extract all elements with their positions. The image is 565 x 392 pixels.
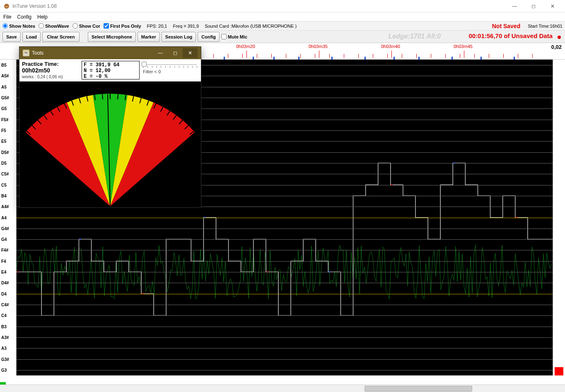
readout-frequency: F = 391,9 G4 [84,62,138,68]
config-button[interactable]: Config [198,32,220,42]
filter-label: Filter < 0 [143,69,197,74]
level-axis [553,60,565,375]
checkbox-first-pos-only[interactable]: First Pos Only [104,23,141,29]
save-button[interactable]: Save [2,32,21,42]
window-title: InTune Version 1.08 [12,3,505,9]
status-fps: FPS: 20,1 [147,24,167,29]
ledge-label: Ledge:1701 All:0 [388,33,441,40]
clear-screen-button[interactable]: Clear Screen [42,32,80,42]
menubar: File Config Help [0,12,565,22]
svg-line-21 [102,94,103,99]
tools-title: Tools [32,50,43,56]
level-indicator [555,367,563,375]
practice-time-label: Practice Time: [22,61,80,67]
tools-titlebar[interactable]: ☕ Tools — ◻ ✕ [19,47,201,59]
tuning-readout: F = 391,9 G4 N = 12,00 E = -0 % [82,61,140,79]
window-close-icon[interactable]: ✕ [543,0,562,12]
time-scale-value: 0,02 [551,44,562,50]
svg-line-23 [118,94,118,99]
select-microphone-button[interactable]: Select Microphone [88,32,136,42]
session-log-button[interactable]: Session Log [162,32,196,42]
unsaved-time-label: 00:01:56,70 of Unsaved Data [468,32,553,39]
java-icon [3,3,10,10]
tools-minimize-icon[interactable]: — [153,48,168,58]
optionbar: Show Notes ShowWave Show Cor First Pos O… [0,22,565,31]
note-axis: B5A5#A5G5#G5F5#F5E5D5#D5C5#C5B4A4#A4G4#G… [0,60,17,375]
checkbox-mute-mic[interactable]: Mute Mic [221,34,247,39]
horizontal-scrollbar[interactable] [0,385,565,392]
readout-n: N = 12,00 [84,68,138,74]
toolbar: Save Load Clear Screen Select Microphone… [0,31,565,43]
radio-show-notes[interactable]: Show Notes [2,23,35,29]
status-soundcard: Sound Card :Mikrofon (USB MICROPHONE ) [205,24,297,29]
scrollbar-thumb[interactable] [365,386,472,392]
status-freq: Freq = 391,9 [173,24,199,29]
tools-close-icon[interactable]: ✕ [183,48,198,58]
readout-error: E = -0 % [84,74,138,79]
tools-infobar: Practice Time: 00h02m50 weeks : 0,24 ( 0… [19,59,201,82]
practice-time-value: 00h02m50 [22,67,80,74]
radio-show-cor[interactable]: Show Cor [72,23,100,29]
practice-weeks-value: weeks : 0,24 ( 0,06 m) [22,75,80,79]
svg-point-0 [4,4,9,9]
window-maximize-icon[interactable]: ◻ [524,0,543,12]
menu-config[interactable]: Config [17,14,31,20]
menu-file[interactable]: File [3,14,11,20]
start-time-label: Start Time:16h01 [528,24,563,29]
not-saved-label: Not Saved [492,23,520,29]
radio-show-wave[interactable]: ShowWave [39,23,69,29]
window-titlebar: InTune Version 1.08 — ◻ ✕ [0,0,565,12]
window-minimize-icon[interactable]: — [505,0,524,12]
menu-help[interactable]: Help [37,14,48,20]
record-indicator-icon [558,36,561,39]
java-icon: ☕ [23,50,29,56]
load-button[interactable]: Load [22,32,41,42]
slider-knob[interactable] [142,62,147,67]
tuning-gauge [19,82,201,207]
tools-maximize-icon[interactable]: ◻ [168,48,183,58]
marker-button[interactable]: Marker [138,32,160,42]
position-marker [0,382,6,385]
filter-slider[interactable] [143,62,197,67]
tools-window[interactable]: ☕ Tools — ◻ ✕ Practice Time: 00h02m50 we… [19,46,201,208]
